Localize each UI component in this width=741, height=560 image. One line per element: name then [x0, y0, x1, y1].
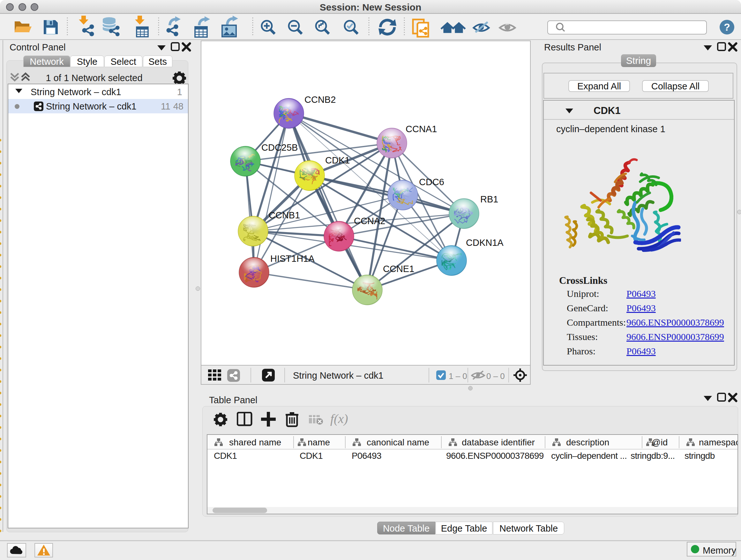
svg-text:CCNB2: CCNB2 [305, 95, 336, 105]
svg-text:RB1: RB1 [480, 194, 498, 204]
svg-text:CDKN1A: CDKN1A [466, 238, 503, 248]
svg-text:CDC6: CDC6 [419, 177, 444, 187]
svg-text:HIST1H1A: HIST1H1A [270, 253, 315, 264]
svg-text:CDC25B: CDC25B [261, 142, 298, 152]
svg-text:CCNB1: CCNB1 [269, 210, 300, 220]
svg-text:CCNA1: CCNA1 [406, 124, 437, 134]
svg-text:CDK1: CDK1 [325, 155, 350, 165]
svg-text:CCNE1: CCNE1 [383, 264, 414, 274]
svg-text:CCNA2: CCNA2 [354, 216, 385, 226]
